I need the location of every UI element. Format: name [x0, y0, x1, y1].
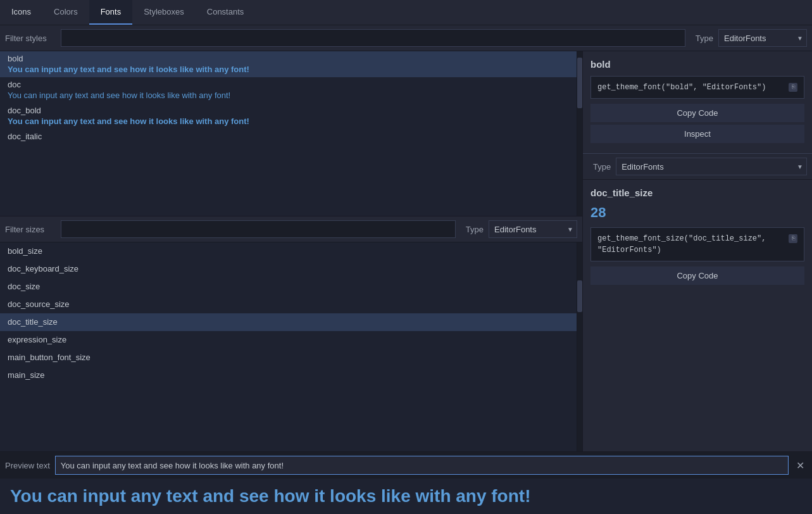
tab-colors[interactable]: Colors	[42, 0, 89, 25]
sizes-scrollbar-track[interactable]	[577, 242, 582, 451]
type-select-right[interactable]: EditorFonts	[616, 158, 807, 175]
type-select-wrapper-right: EditorFonts	[616, 158, 807, 175]
styles-scrollbar-thumb	[577, 58, 582, 108]
styles-section: bold You can input any text and see how …	[0, 51, 582, 216]
filter-sizes-label: Filter sizes	[5, 225, 56, 234]
tab-styleboxes[interactable]: Styleboxes	[132, 0, 196, 25]
sizes-section: bold_size doc_keyboard_size doc_size doc…	[0, 242, 582, 451]
right-font-size-code: get_theme_font_size("doc_title_size", "E…	[597, 233, 786, 256]
type-select-top[interactable]: EditorFonts	[718, 29, 807, 47]
styles-list: bold You can input any text and see how …	[0, 51, 577, 216]
size-item-main-button-font-size[interactable]: main_button_font_size	[0, 349, 577, 367]
item-name-doc: doc	[8, 80, 569, 89]
preview-text-label: Preview text	[5, 461, 50, 470]
type-label-top: Type	[696, 34, 713, 43]
type-label-right: Type	[593, 162, 611, 172]
right-font-size-title: doc_title_size	[590, 187, 804, 198]
list-item-doc-italic[interactable]: doc_italic	[0, 129, 577, 146]
copy-code-button-top[interactable]: Copy Code	[590, 104, 804, 122]
sizes-scrollbar-thumb	[577, 280, 582, 312]
right-panel: bold get_theme_font("bold", "EditorFonts…	[582, 51, 812, 451]
right-font-style-code: get_theme_font("bold", "EditorFonts")	[597, 82, 786, 93]
size-item-doc-source-size[interactable]: doc_source_size	[0, 296, 577, 313]
size-item-doc-title-size[interactable]: doc_title_size	[0, 313, 577, 331]
type-select-wrapper-top: EditorFonts	[718, 29, 807, 47]
tab-fonts[interactable]: Fonts	[89, 0, 133, 25]
right-info-bottom: doc_title_size 28 get_theme_font_size("d…	[583, 180, 812, 451]
right-font-size-code-block: get_theme_font_size("doc_title_size", "E…	[590, 227, 804, 261]
right-font-style-code-block: get_theme_font("bold", "EditorFonts") ⎘	[590, 76, 804, 99]
item-name-doc-bold: doc_bold	[8, 106, 569, 115]
item-preview-doc-bold: You can input any text and see how it lo…	[8, 116, 569, 126]
size-item-doc-keyboard-size[interactable]: doc_keyboard_size	[0, 260, 577, 278]
list-item-doc[interactable]: doc You can input any text and see how i…	[0, 77, 577, 103]
size-item-doc-size[interactable]: doc_size	[0, 278, 577, 296]
right-separator: Type EditorFonts	[583, 154, 812, 180]
inspect-button[interactable]: Inspect	[590, 125, 804, 143]
filter-sizes-input[interactable]	[61, 220, 456, 238]
preview-text-large: You can input any text and see how it lo…	[10, 486, 802, 506]
left-column: bold You can input any text and see how …	[0, 51, 582, 451]
type-select-bottom[interactable]: EditorFonts	[489, 220, 577, 238]
tab-bar: Icons Colors Fonts Styleboxes Constants	[0, 0, 812, 25]
preview-text-display: You can input any text and see how it lo…	[0, 479, 812, 514]
item-preview-doc: You can input any text and see how it lo…	[8, 91, 569, 100]
main-area: Filter styles Type EditorFonts bold You …	[0, 25, 812, 514]
filter-styles-row: Filter styles Type EditorFonts	[0, 25, 812, 51]
size-item-main-size[interactable]: main_size	[0, 367, 577, 384]
sizes-list: bold_size doc_keyboard_size doc_size doc…	[0, 242, 577, 451]
right-font-size-value: 28	[590, 204, 804, 221]
list-item-doc-bold[interactable]: doc_bold You can input any text and see …	[0, 103, 577, 129]
item-name-doc-italic: doc_italic	[8, 132, 569, 141]
copy-icon-bottom[interactable]: ⎘	[789, 234, 797, 243]
type-select-wrapper-bottom: EditorFonts	[489, 220, 577, 238]
filter-styles-label: Filter styles	[5, 34, 56, 43]
item-preview-bold: You can input any text and see how it lo…	[8, 65, 569, 74]
filter-sizes-row: Filter sizes Type EditorFonts	[0, 216, 582, 242]
content-split: bold You can input any text and see how …	[0, 51, 812, 451]
size-item-expression-size[interactable]: expression_size	[0, 331, 577, 349]
list-item-bold[interactable]: bold You can input any text and see how …	[0, 51, 577, 77]
styles-scrollbar-track[interactable]	[577, 51, 582, 216]
item-name-bold: bold	[8, 54, 569, 63]
tab-constants[interactable]: Constants	[196, 0, 256, 25]
tab-icons[interactable]: Icons	[0, 0, 42, 25]
filter-styles-input[interactable]	[61, 29, 685, 47]
size-item-bold-size[interactable]: bold_size	[0, 242, 577, 260]
preview-text-input[interactable]	[55, 456, 789, 475]
copy-code-button-bottom[interactable]: Copy Code	[590, 266, 804, 285]
right-font-style-title: bold	[590, 59, 804, 70]
preview-clear-button[interactable]: ✕	[794, 460, 807, 472]
type-label-bottom: Type	[466, 225, 484, 234]
right-info-top: bold get_theme_font("bold", "EditorFonts…	[583, 51, 812, 154]
preview-bar: Preview text ✕	[0, 451, 812, 479]
copy-icon-top[interactable]: ⎘	[789, 83, 797, 92]
